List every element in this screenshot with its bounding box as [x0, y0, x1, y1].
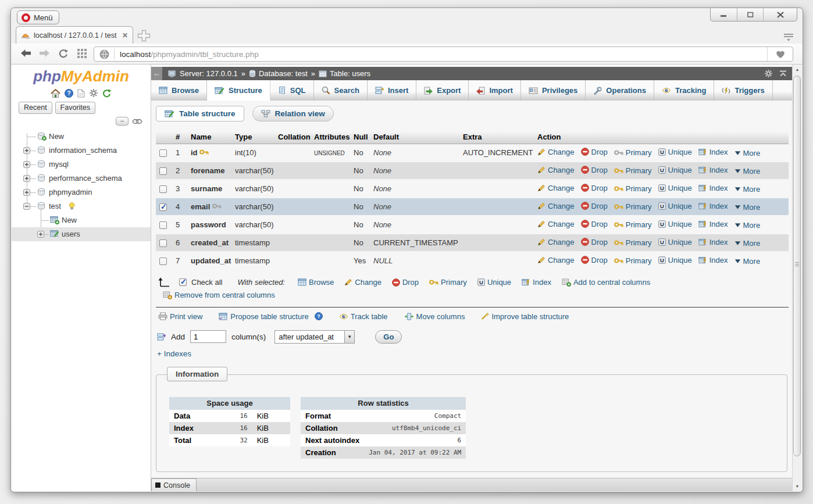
tab-menu-icon[interactable] — [783, 33, 794, 42]
minimize-button[interactable] — [711, 8, 737, 21]
help-circle-icon[interactable]: ? — [315, 312, 323, 320]
settings-gear-icon[interactable] — [89, 88, 98, 98]
action-change[interactable]: Change — [537, 184, 575, 192]
action-unique[interactable]: UUnique — [658, 184, 692, 192]
tool-improve-table-structure[interactable]: Improve table structure — [481, 312, 569, 321]
action-more[interactable]: More — [734, 221, 761, 230]
link-icon[interactable] — [132, 119, 142, 124]
tab-triggers[interactable]: Triggers — [714, 80, 772, 101]
action-index[interactable]: Index — [698, 220, 728, 228]
maximize-button[interactable] — [737, 8, 763, 21]
action-index[interactable]: Index — [698, 148, 728, 156]
sidebar-favorites-button[interactable]: Favorites — [55, 102, 95, 114]
breadcrumb-database[interactable]: Database: test — [259, 69, 308, 78]
action-unique[interactable]: UUnique — [658, 148, 692, 156]
collapse-top-icon[interactable] — [779, 70, 787, 77]
remove-from-central-columns[interactable]: Remove from central columns — [163, 291, 275, 299]
selected-add-to-central-columns[interactable]: Add to central columns — [562, 278, 650, 287]
breadcrumb-back-button[interactable]: ← — [151, 67, 162, 80]
phpmyadmin-logo[interactable]: phpMyAdmin — [12, 67, 151, 85]
address-bar[interactable]: localhost/phpmyadmin/tbl_structure.php — [94, 47, 793, 62]
action-change[interactable]: Change — [537, 256, 575, 264]
add-count-input[interactable] — [190, 330, 226, 343]
action-drop[interactable]: Drop — [581, 184, 608, 192]
tab-structure[interactable]: Structure — [207, 80, 270, 101]
scroll-thumb[interactable] — [793, 76, 801, 456]
selected-browse[interactable]: Browse — [298, 278, 334, 287]
subtab-table-structure[interactable]: Table structure — [156, 106, 244, 121]
action-more[interactable]: More — [734, 185, 761, 194]
url-text[interactable]: localhost/phpmyadmin/tbl_structure.php — [115, 50, 767, 59]
selected-change[interactable]: Change — [344, 278, 381, 287]
tool-print-view[interactable]: Print view — [158, 312, 202, 321]
tree-item-phpmyadmin[interactable]: phpmyadmin — [12, 185, 151, 199]
row-checkbox[interactable] — [159, 203, 167, 211]
action-drop[interactable]: Drop — [581, 148, 608, 156]
action-primary[interactable]: Primary — [614, 220, 652, 229]
selected-primary[interactable]: Primary — [429, 278, 467, 287]
action-more[interactable]: More — [734, 239, 761, 248]
tab-sql[interactable]: SQL — [270, 80, 314, 101]
action-primary[interactable]: Primary — [614, 238, 652, 247]
row-checkbox[interactable] — [159, 185, 167, 193]
tab-close-icon[interactable]: ✕ — [122, 31, 128, 40]
console-toggle[interactable]: Console — [151, 478, 197, 491]
action-index[interactable]: Index — [698, 238, 728, 246]
row-checkbox[interactable] — [159, 221, 167, 229]
site-badge-icon[interactable] — [94, 49, 115, 59]
tree-expander-icon[interactable] — [23, 147, 30, 156]
action-drop[interactable]: Drop — [581, 202, 608, 210]
new-tab-button[interactable] — [137, 30, 151, 42]
action-drop[interactable]: Drop — [581, 220, 608, 228]
action-change[interactable]: Change — [537, 202, 575, 210]
documentation-icon[interactable] — [77, 89, 85, 98]
tab-privileges[interactable]: Privileges — [521, 80, 586, 101]
action-primary[interactable]: Primary — [614, 166, 652, 175]
tool-track-table[interactable]: Track table — [339, 312, 388, 321]
tab-export[interactable]: Export — [416, 80, 469, 101]
position-select[interactable]: after updated_at ▼ — [274, 330, 355, 344]
action-more[interactable]: More — [734, 167, 761, 176]
tree-expander-icon[interactable] — [23, 175, 30, 184]
tree-item-information-schema[interactable]: information_schema — [12, 144, 151, 158]
action-index[interactable]: Index — [698, 256, 728, 264]
scroll-down-arrow[interactable]: ▼ — [793, 481, 802, 491]
speed-dial-button[interactable] — [77, 49, 87, 58]
tree-expander-icon[interactable] — [23, 203, 30, 212]
action-unique[interactable]: UUnique — [658, 238, 692, 246]
action-unique[interactable]: UUnique — [658, 202, 692, 210]
tab-search[interactable]: Search — [314, 80, 368, 101]
row-checkbox[interactable] — [159, 258, 167, 265]
collapse-all-button[interactable]: − — [116, 117, 129, 126]
tree-item-mysql[interactable]: mysql — [12, 158, 151, 171]
tree-item-new[interactable]: New — [12, 130, 151, 144]
title-bar[interactable]: Menü — [11, 8, 803, 26]
action-primary[interactable]: Primary — [614, 202, 652, 211]
help-icon[interactable]: ? — [65, 89, 73, 98]
row-checkbox[interactable] — [159, 149, 167, 157]
go-button[interactable]: Go — [375, 330, 402, 344]
action-drop[interactable]: Drop — [581, 166, 608, 174]
home-icon[interactable] — [51, 89, 60, 98]
tab-insert[interactable]: Insert — [368, 80, 416, 101]
action-more[interactable]: More — [734, 257, 761, 266]
tree-expander-icon[interactable] — [23, 161, 30, 170]
selected-drop[interactable]: Drop — [392, 278, 419, 287]
page-settings-icon[interactable] — [764, 69, 773, 78]
breadcrumb-server[interactable]: Server: 127.0.0.1 — [180, 69, 238, 78]
sidebar-recent-button[interactable]: Recent — [19, 102, 52, 114]
selected-unique[interactable]: UUnique — [477, 278, 511, 287]
action-primary[interactable]: Primary — [614, 148, 652, 157]
tree-expander-icon[interactable] — [37, 231, 44, 240]
refresh-icon[interactable] — [102, 89, 112, 98]
tree-expander-icon[interactable] — [23, 189, 30, 198]
action-more[interactable]: More — [734, 203, 761, 212]
tree-item-new[interactable]: New — [12, 213, 151, 227]
action-drop[interactable]: Drop — [581, 256, 608, 264]
row-checkbox[interactable] — [159, 167, 167, 175]
tool-move-columns[interactable]: Move columns — [404, 312, 465, 321]
action-more[interactable]: More — [734, 149, 761, 158]
tool-propose-table-structure[interactable]: Propose table structure — [219, 312, 308, 321]
tab-import[interactable]: Import — [469, 80, 520, 101]
row-checkbox[interactable] — [159, 240, 167, 247]
